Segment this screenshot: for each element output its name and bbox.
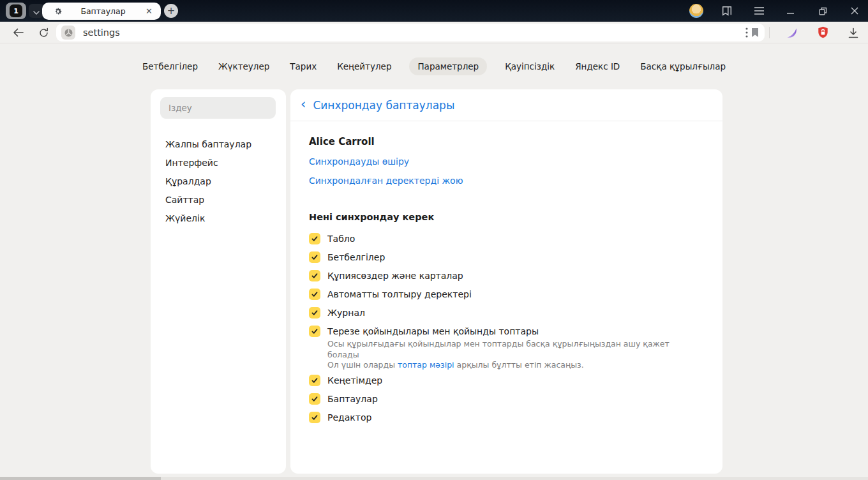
back-chevron-icon[interactable]: ‹ (299, 98, 307, 113)
tab-other-devices[interactable]: Басқа құрылғылар (638, 57, 728, 75)
tab-groups-description: Осы құрылғыдағы қойындылар мен топтарды … (327, 339, 703, 371)
minimize-icon[interactable] (782, 3, 799, 19)
checkbox-label: Автоматты толтыру деректері (327, 289, 472, 300)
tab-close-icon[interactable]: ✕ (144, 6, 154, 16)
sync-settings-header: ‹ Синхрондау баптаулары (290, 89, 722, 121)
url-text[interactable]: settings (83, 27, 751, 38)
gear-icon (54, 7, 63, 16)
sync-what-section-title: Нені синхрондау керек (309, 212, 703, 222)
close-window-icon[interactable] (846, 3, 863, 19)
checkbox-label: Кеңетімдер (327, 375, 382, 386)
tab-counter-button[interactable]: 1 (6, 3, 26, 19)
address-bar[interactable]: settings (56, 24, 765, 41)
checkbox-row-passwords: Құпиясөздер және карталар (309, 270, 703, 281)
tab-counter-badge: 1 (10, 4, 22, 17)
tab-extensions[interactable]: Кеңейтулер (334, 57, 394, 75)
checkbox-row-autofill: Автоматты толтыру деректері (309, 289, 703, 300)
settings-page: Бетбелгілер Жүктеулер Тарих Кеңейтулер П… (0, 43, 868, 480)
search-input[interactable] (160, 97, 276, 119)
checkbox-row-settings: Баптаулар (309, 393, 703, 405)
sidebar-item-tools[interactable]: Құралдар (160, 172, 276, 191)
menu-icon[interactable] (751, 3, 767, 19)
feather-extension-icon[interactable] (784, 24, 800, 41)
sidebar-item-general[interactable]: Жалпы баптаулар (160, 135, 276, 154)
checkbox-row-tab-groups: Терезе қойындылары мен қойынды топтары О… (309, 326, 703, 371)
panels-icon[interactable] (719, 3, 735, 19)
checkbox-label: Терезе қойындылары мен қойынды топтары (327, 326, 539, 337)
checkbox-label: Редактор (327, 412, 371, 423)
titlebar: 1 Баптаулар ✕ + (0, 0, 868, 22)
checkbox-row-extensions: Кеңетімдер (309, 375, 703, 386)
checkbox-row-tableau: Табло (309, 233, 703, 244)
back-button[interactable] (9, 24, 27, 41)
tab-yandex-id[interactable]: Яндекс ID (572, 57, 622, 75)
sync-settings-title[interactable]: Синхрондау баптаулары (313, 99, 454, 112)
kebab-menu-icon[interactable] (738, 24, 755, 41)
horizontal-scrollbar-thumb[interactable] (0, 477, 161, 480)
tab-history[interactable]: Тарих (287, 57, 319, 75)
tab-title: Баптаулар (63, 6, 144, 16)
checkbox-checked[interactable] (309, 375, 320, 386)
checkbox-label: Журнал (327, 307, 365, 319)
new-tab-button[interactable]: + (164, 4, 178, 18)
sidebar-item-system[interactable]: Жүйелік (160, 209, 276, 228)
reload-button[interactable] (34, 24, 52, 41)
checkbox-row-history: Журнал (309, 307, 703, 319)
checkbox-checked[interactable] (309, 307, 320, 319)
disable-sync-link[interactable]: Синхрондауды өшіру (309, 156, 409, 167)
checkbox-label: Құпиясөздер және карталар (327, 270, 463, 281)
checkbox-label: Баптаулар (327, 393, 378, 405)
sidebar-item-sites[interactable]: Сайттар (160, 191, 276, 209)
toolbar: Баптаулар settings (0, 22, 868, 43)
site-icon[interactable] (61, 26, 75, 40)
checkbox-label: Бетбелгілер (327, 251, 385, 263)
checkbox-checked[interactable] (309, 289, 320, 300)
toolbar-divider (769, 27, 770, 38)
chevron-down-icon (33, 5, 40, 17)
checkbox-row-editor: Редактор (309, 412, 703, 423)
checkbox-checked[interactable] (309, 393, 320, 405)
tab-bookmarks[interactable]: Бетбелгілер (140, 57, 200, 75)
tab-downloads[interactable]: Жүктеулер (216, 57, 272, 75)
sidebar-item-interface[interactable]: Интерфейс (160, 154, 276, 172)
checkbox-checked[interactable] (309, 412, 320, 423)
settings-sidebar: Жалпы баптаулар Интерфейс Құралдар Сайтт… (151, 89, 286, 474)
avatar[interactable] (689, 4, 703, 18)
account-name: Alice Carroll (309, 136, 703, 147)
checkbox-row-bookmarks: Бетбелгілер (309, 251, 703, 263)
delete-synced-data-link[interactable]: Синхрондалған деректерді жою (309, 176, 463, 186)
download-icon[interactable] (845, 24, 862, 41)
protect-shield-icon[interactable] (814, 24, 831, 41)
groups-menu-link[interactable]: топтар мәзірі (398, 360, 454, 370)
checkbox-checked[interactable] (309, 270, 320, 281)
tab-security[interactable]: Қауіпсіздік (502, 57, 557, 75)
checkbox-checked[interactable] (309, 233, 320, 244)
settings-nav-tabs: Бетбелгілер Жүктеулер Тарих Кеңейтулер П… (0, 57, 868, 75)
checkbox-label: Табло (327, 233, 355, 244)
checkbox-checked[interactable] (309, 251, 320, 263)
browser-tab-settings[interactable]: Баптаулар ✕ (42, 3, 161, 20)
restore-icon[interactable] (814, 3, 831, 19)
checkbox-checked[interactable] (309, 326, 320, 337)
tab-settings[interactable]: Параметрлер (409, 57, 487, 75)
horizontal-scrollbar[interactable] (0, 477, 868, 480)
sync-settings-panel: ‹ Синхрондау баптаулары Alice Carroll Си… (290, 89, 722, 474)
